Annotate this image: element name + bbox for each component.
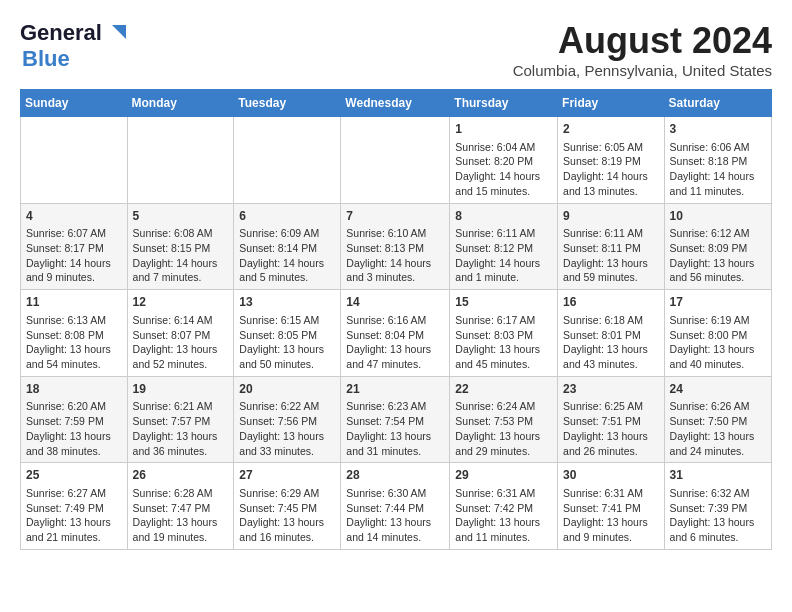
day-info: Sunrise: 6:07 AM [26, 226, 122, 241]
day-info: Daylight: 13 hours and 19 minutes. [133, 515, 229, 544]
day-number: 8 [455, 208, 552, 225]
day-info: Sunset: 7:44 PM [346, 501, 444, 516]
calendar-week-row: 11Sunrise: 6:13 AMSunset: 8:08 PMDayligh… [21, 290, 772, 377]
calendar-cell: 18Sunrise: 6:20 AMSunset: 7:59 PMDayligh… [21, 376, 128, 463]
day-info: Sunset: 8:14 PM [239, 241, 335, 256]
day-info: Daylight: 13 hours and 38 minutes. [26, 429, 122, 458]
day-info: Daylight: 13 hours and 9 minutes. [563, 515, 659, 544]
day-info: Sunrise: 6:14 AM [133, 313, 229, 328]
day-info: Sunrise: 6:23 AM [346, 399, 444, 414]
calendar-cell: 25Sunrise: 6:27 AMSunset: 7:49 PMDayligh… [21, 463, 128, 550]
calendar-cell: 20Sunrise: 6:22 AMSunset: 7:56 PMDayligh… [234, 376, 341, 463]
day-info: Sunset: 8:20 PM [455, 154, 552, 169]
day-info: Daylight: 14 hours and 11 minutes. [670, 169, 766, 198]
day-number: 12 [133, 294, 229, 311]
calendar-cell: 2Sunrise: 6:05 AMSunset: 8:19 PMDaylight… [558, 117, 665, 204]
day-number: 22 [455, 381, 552, 398]
day-info: Sunrise: 6:05 AM [563, 140, 659, 155]
svg-marker-0 [112, 25, 126, 39]
day-info: Sunrise: 6:22 AM [239, 399, 335, 414]
day-info: Daylight: 13 hours and 33 minutes. [239, 429, 335, 458]
month-year-title: August 2024 [513, 20, 772, 62]
calendar-week-row: 4Sunrise: 6:07 AMSunset: 8:17 PMDaylight… [21, 203, 772, 290]
day-info: Daylight: 13 hours and 45 minutes. [455, 342, 552, 371]
calendar-cell: 6Sunrise: 6:09 AMSunset: 8:14 PMDaylight… [234, 203, 341, 290]
calendar-cell: 26Sunrise: 6:28 AMSunset: 7:47 PMDayligh… [127, 463, 234, 550]
day-info: Daylight: 13 hours and 43 minutes. [563, 342, 659, 371]
day-number: 7 [346, 208, 444, 225]
day-number: 6 [239, 208, 335, 225]
day-info: Daylight: 14 hours and 15 minutes. [455, 169, 552, 198]
calendar-week-row: 18Sunrise: 6:20 AMSunset: 7:59 PMDayligh… [21, 376, 772, 463]
col-header-tuesday: Tuesday [234, 90, 341, 117]
day-number: 14 [346, 294, 444, 311]
day-number: 3 [670, 121, 766, 138]
day-info: Daylight: 14 hours and 5 minutes. [239, 256, 335, 285]
calendar-cell: 5Sunrise: 6:08 AMSunset: 8:15 PMDaylight… [127, 203, 234, 290]
calendar-cell: 19Sunrise: 6:21 AMSunset: 7:57 PMDayligh… [127, 376, 234, 463]
day-info: Daylight: 13 hours and 50 minutes. [239, 342, 335, 371]
calendar-cell: 15Sunrise: 6:17 AMSunset: 8:03 PMDayligh… [450, 290, 558, 377]
day-info: Sunrise: 6:13 AM [26, 313, 122, 328]
location-subtitle: Columbia, Pennsylvania, United States [513, 62, 772, 79]
day-info: Sunrise: 6:20 AM [26, 399, 122, 414]
day-info: Daylight: 13 hours and 29 minutes. [455, 429, 552, 458]
calendar-cell [21, 117, 128, 204]
logo-icon [104, 21, 126, 43]
day-info: Sunrise: 6:31 AM [455, 486, 552, 501]
col-header-wednesday: Wednesday [341, 90, 450, 117]
day-info: Sunrise: 6:16 AM [346, 313, 444, 328]
day-info: Daylight: 13 hours and 6 minutes. [670, 515, 766, 544]
day-info: Sunset: 8:19 PM [563, 154, 659, 169]
day-number: 2 [563, 121, 659, 138]
day-info: Sunrise: 6:25 AM [563, 399, 659, 414]
day-info: Sunset: 8:15 PM [133, 241, 229, 256]
day-info: Daylight: 13 hours and 56 minutes. [670, 256, 766, 285]
day-info: Sunrise: 6:29 AM [239, 486, 335, 501]
col-header-thursday: Thursday [450, 90, 558, 117]
calendar-cell: 24Sunrise: 6:26 AMSunset: 7:50 PMDayligh… [664, 376, 771, 463]
day-info: Sunrise: 6:17 AM [455, 313, 552, 328]
day-info: Daylight: 13 hours and 31 minutes. [346, 429, 444, 458]
day-number: 30 [563, 467, 659, 484]
day-info: Sunset: 7:59 PM [26, 414, 122, 429]
day-info: Daylight: 13 hours and 36 minutes. [133, 429, 229, 458]
day-number: 17 [670, 294, 766, 311]
calendar-cell [234, 117, 341, 204]
day-number: 23 [563, 381, 659, 398]
day-number: 20 [239, 381, 335, 398]
day-info: Sunrise: 6:21 AM [133, 399, 229, 414]
calendar-cell: 12Sunrise: 6:14 AMSunset: 8:07 PMDayligh… [127, 290, 234, 377]
calendar-week-row: 1Sunrise: 6:04 AMSunset: 8:20 PMDaylight… [21, 117, 772, 204]
day-info: Sunset: 7:50 PM [670, 414, 766, 429]
day-info: Sunrise: 6:19 AM [670, 313, 766, 328]
day-info: Sunset: 8:00 PM [670, 328, 766, 343]
day-info: Sunrise: 6:12 AM [670, 226, 766, 241]
day-info: Daylight: 13 hours and 11 minutes. [455, 515, 552, 544]
day-info: Daylight: 14 hours and 9 minutes. [26, 256, 122, 285]
calendar-cell: 16Sunrise: 6:18 AMSunset: 8:01 PMDayligh… [558, 290, 665, 377]
day-number: 21 [346, 381, 444, 398]
day-number: 18 [26, 381, 122, 398]
day-number: 19 [133, 381, 229, 398]
day-number: 4 [26, 208, 122, 225]
day-info: Sunrise: 6:28 AM [133, 486, 229, 501]
day-info: Sunrise: 6:32 AM [670, 486, 766, 501]
calendar-cell: 31Sunrise: 6:32 AMSunset: 7:39 PMDayligh… [664, 463, 771, 550]
day-number: 5 [133, 208, 229, 225]
day-number: 29 [455, 467, 552, 484]
calendar-cell: 27Sunrise: 6:29 AMSunset: 7:45 PMDayligh… [234, 463, 341, 550]
day-info: Sunset: 7:51 PM [563, 414, 659, 429]
day-info: Sunset: 8:01 PM [563, 328, 659, 343]
col-header-friday: Friday [558, 90, 665, 117]
calendar-cell: 30Sunrise: 6:31 AMSunset: 7:41 PMDayligh… [558, 463, 665, 550]
day-info: Sunrise: 6:09 AM [239, 226, 335, 241]
day-info: Sunrise: 6:10 AM [346, 226, 444, 241]
day-info: Daylight: 13 hours and 40 minutes. [670, 342, 766, 371]
day-info: Sunset: 7:53 PM [455, 414, 552, 429]
title-block: August 2024 Columbia, Pennsylvania, Unit… [513, 20, 772, 79]
calendar-cell: 7Sunrise: 6:10 AMSunset: 8:13 PMDaylight… [341, 203, 450, 290]
day-number: 13 [239, 294, 335, 311]
day-info: Sunrise: 6:18 AM [563, 313, 659, 328]
day-info: Daylight: 13 hours and 16 minutes. [239, 515, 335, 544]
